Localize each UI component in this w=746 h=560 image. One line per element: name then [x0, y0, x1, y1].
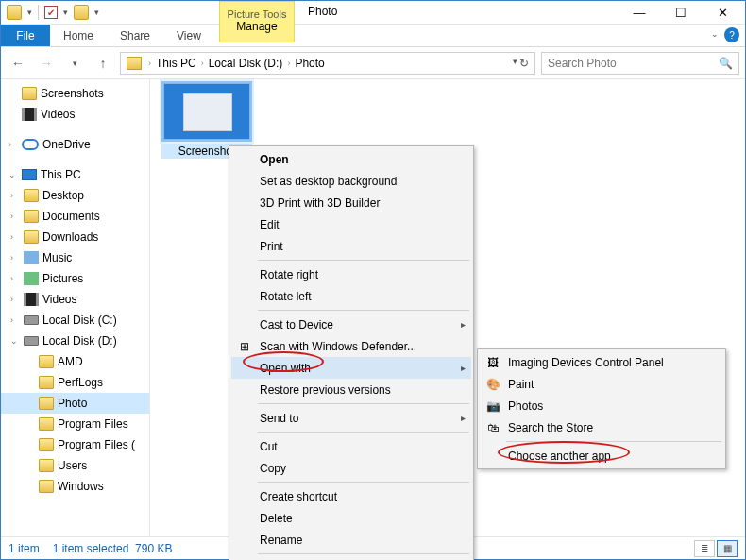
context-submenu: 🖼Imaging Devices Control Panel🎨Paint📷Pho… — [477, 348, 726, 469]
menu-item[interactable]: Create shortcut — [231, 485, 471, 507]
chevron-right-icon[interactable]: › — [145, 59, 154, 68]
qat-dropdown2-icon[interactable]: ▾ — [63, 8, 68, 17]
refresh-icon[interactable]: ↻ — [519, 57, 529, 70]
menu-item[interactable]: Open with▸ — [231, 357, 471, 379]
folder-icon — [24, 230, 39, 244]
nav-item[interactable]: Windows — [1, 476, 149, 497]
nav-item[interactable]: ›Downloads — [1, 227, 149, 247]
view-thumbnails-button[interactable]: ▦ — [717, 540, 738, 557]
chevron-right-icon[interactable]: › — [198, 59, 207, 68]
video-icon — [22, 108, 37, 121]
search-placeholder: Search Photo — [548, 57, 617, 70]
nav-item[interactable]: ›Videos — [1, 289, 149, 310]
nav-item[interactable]: ⌄Local Disk (D:) — [1, 331, 149, 351]
nav-item[interactable]: Program Files ( — [1, 434, 149, 455]
folder-icon — [39, 438, 54, 451]
nav-onedrive[interactable]: ›OneDrive — [1, 134, 149, 155]
menu-item[interactable]: Print — [231, 235, 471, 257]
menu-item[interactable]: Cast to Device▸ — [231, 314, 471, 335]
app-icon[interactable] — [7, 5, 22, 20]
back-button[interactable]: ← — [7, 52, 29, 75]
nav-item[interactable]: Photo — [1, 393, 149, 414]
menu-item[interactable]: Restore previous versions — [231, 379, 471, 400]
context-menu: OpenSet as desktop background3D Print wi… — [229, 145, 474, 560]
help-icon[interactable]: ? — [724, 27, 739, 42]
thumbnail-image — [163, 83, 250, 140]
address-bar[interactable]: › This PC › Local Disk (D:) › Photo ▾ ↻ — [120, 52, 535, 75]
menu-item-icon: 📷 — [485, 399, 500, 414]
file-tab[interactable]: File — [1, 25, 50, 46]
minimize-button[interactable]: — — [619, 1, 660, 24]
menu-separator — [258, 482, 469, 483]
up-button[interactable]: ↑ — [92, 52, 114, 75]
navigation-pane[interactable]: Screenshots Videos ›OneDrive ⌄This PC ›D… — [1, 79, 150, 536]
menu-item[interactable]: 📷Photos — [480, 395, 723, 416]
tab-view[interactable]: View — [163, 25, 214, 46]
close-button[interactable]: ✕ — [702, 1, 743, 24]
nav-item[interactable]: Users — [1, 455, 149, 476]
menu-item[interactable]: Delete — [231, 507, 471, 529]
maximize-button[interactable]: ☐ — [660, 1, 702, 24]
qat-properties-icon[interactable]: ✔ — [44, 6, 58, 19]
menu-item[interactable]: 🎨Paint — [480, 373, 723, 395]
tab-home[interactable]: Home — [50, 25, 107, 46]
menu-item[interactable]: 🖼Imaging Devices Control Panel — [480, 351, 723, 373]
chevron-right-icon: ▸ — [461, 413, 466, 423]
history-dropdown-icon[interactable]: ▾ — [63, 52, 86, 75]
menu-item[interactable]: Cut — [231, 435, 471, 457]
nav-item[interactable]: ›Music — [1, 247, 149, 268]
nav-this-pc[interactable]: ⌄This PC — [1, 164, 149, 185]
chevron-right-icon: ▸ — [461, 363, 466, 373]
menu-item[interactable]: ⊞Scan with Windows Defender... — [231, 335, 471, 357]
qat-newfolder-icon[interactable] — [74, 5, 89, 20]
forward-button[interactable]: → — [35, 52, 58, 75]
window-title: Photo — [308, 5, 337, 18]
address-folder-icon — [127, 57, 142, 70]
folder-icon — [39, 376, 54, 389]
chevron-right-icon[interactable]: › — [284, 59, 293, 68]
music-icon — [24, 251, 39, 264]
nav-item[interactable]: Videos — [1, 104, 149, 125]
menu-item[interactable]: Rotate left — [231, 285, 471, 307]
cloud-icon — [22, 139, 39, 150]
nav-item[interactable]: AMD — [1, 351, 149, 372]
pc-icon — [22, 169, 37, 180]
window-controls: — ☐ ✕ — [619, 1, 743, 24]
menu-item[interactable]: Choose another app — [480, 445, 723, 467]
address-dropdown-icon[interactable]: ▾ — [513, 57, 517, 70]
nav-item[interactable]: ›Local Disk (C:) — [1, 310, 149, 331]
menu-item[interactable]: Send to▸ — [231, 407, 471, 429]
video-icon — [24, 293, 39, 306]
tab-share[interactable]: Share — [107, 25, 163, 46]
menu-separator — [258, 310, 469, 311]
nav-item[interactable]: Screenshots — [1, 83, 149, 104]
menu-item[interactable]: 🛍Search the Store — [480, 416, 723, 438]
menu-item[interactable]: Open — [231, 148, 471, 170]
ribbon-expand-icon[interactable]: ⌄ — [711, 29, 719, 39]
search-input[interactable]: Search Photo 🔍 — [541, 52, 739, 75]
breadcrumb[interactable]: Photo — [293, 57, 326, 70]
status-selection: 1 item selected — [53, 542, 129, 555]
folder-icon — [39, 480, 54, 493]
folder-icon — [24, 189, 39, 202]
menu-item[interactable]: Rename — [231, 529, 471, 551]
qat-customize-icon[interactable]: ▾ — [94, 8, 99, 17]
menu-item[interactable]: Copy — [231, 457, 471, 479]
nav-item[interactable]: ›Desktop — [1, 185, 149, 206]
nav-item[interactable]: ›Documents — [1, 206, 149, 227]
menu-item-icon: 🖼 — [485, 355, 500, 370]
menu-item[interactable]: 3D Print with 3D Builder — [231, 192, 471, 213]
view-details-button[interactable]: ≣ — [694, 540, 715, 557]
menu-item[interactable]: Set as desktop background — [231, 170, 471, 192]
qat-dropdown-icon[interactable]: ▾ — [27, 8, 32, 17]
folder-icon — [39, 417, 54, 431]
folder-icon — [39, 459, 54, 472]
breadcrumb[interactable]: This PC — [154, 57, 198, 70]
status-size: 790 KB — [135, 542, 172, 555]
menu-item[interactable]: Rotate right — [231, 263, 471, 285]
breadcrumb[interactable]: Local Disk (D:) — [207, 57, 285, 70]
menu-item[interactable]: Edit — [231, 213, 471, 235]
nav-item[interactable]: ›Pictures — [1, 268, 149, 289]
nav-item[interactable]: Program Files — [1, 414, 149, 434]
nav-item[interactable]: PerfLogs — [1, 372, 149, 393]
